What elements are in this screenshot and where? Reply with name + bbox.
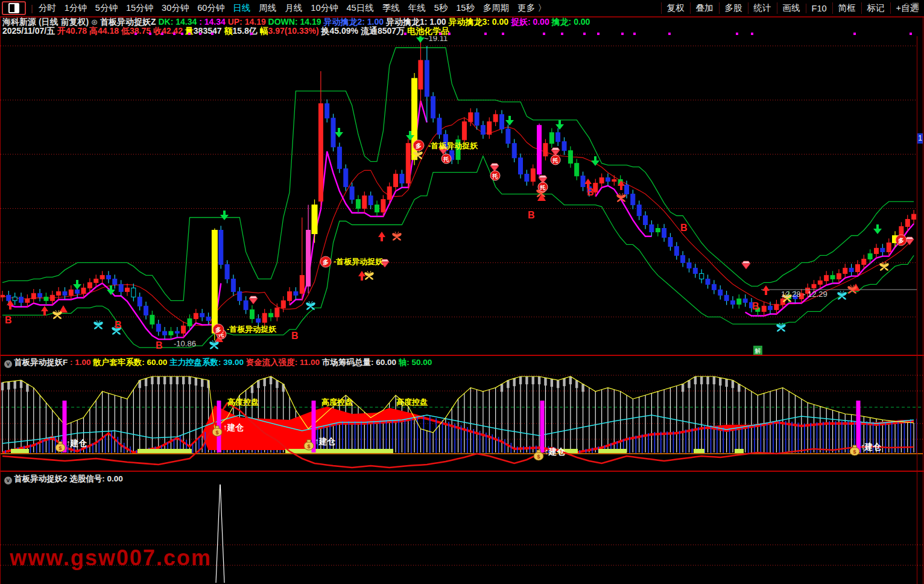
indicator-value: 擒龙: 0.00 <box>552 17 590 27</box>
toolbar-button-多股[interactable]: 多股 <box>719 2 748 14</box>
candle-body <box>843 268 847 273</box>
quote-info-panel: 海科新源 (日线 前复权) ⊙ 首板异动捉妖Z DK: 14.34 : 14.3… <box>0 17 924 36</box>
period-tab-45日线[interactable]: 45日线 <box>343 3 378 13</box>
candle-body <box>481 125 485 135</box>
butterfly-icon <box>93 320 103 329</box>
candle-body <box>493 115 498 122</box>
candle-body <box>500 115 504 129</box>
indicator-value: DOWN: 14.19 <box>268 17 324 27</box>
duo-circle-icon: 多 <box>896 235 907 246</box>
period-tab-日线[interactable]: 日线 <box>229 3 255 13</box>
period-tab-5秒[interactable]: 5秒 <box>430 3 452 13</box>
buy-arrow-icon <box>7 300 14 309</box>
period-marker-dot <box>543 33 545 35</box>
signal-label: -首板异动捉妖 <box>334 257 384 266</box>
svg-text:$: $ <box>853 449 856 455</box>
period-marker-dot <box>668 33 671 35</box>
toolbar-button-叠加[interactable]: 叠加 <box>690 2 719 14</box>
butterfly-icon <box>364 271 373 280</box>
signal-label: -首板异动捉妖 <box>428 141 478 150</box>
panel2-header: ˅首板异动捉妖F : 1.00 散户套牢系数: 60.00 主力控盘系数: 39… <box>0 357 924 368</box>
panel2-indicator-value: 首板异动捉妖F <box>14 358 70 367</box>
candle-body <box>512 144 516 158</box>
period-marker-dot <box>199 33 201 35</box>
collapse-chevron-icon[interactable]: ˅ <box>4 477 12 484</box>
period-tab-15秒[interactable]: 15秒 <box>452 3 479 13</box>
toolbar-button-复权[interactable]: 复权 <box>661 2 690 14</box>
candle-body <box>38 293 42 297</box>
highlight-segment <box>694 449 704 453</box>
sell-arrow-icon <box>107 285 115 295</box>
svg-text:多: 多 <box>215 326 221 333</box>
sell-arrow-icon <box>555 120 564 130</box>
candle-body <box>206 317 210 320</box>
ohlc-value: 换45.09% <box>321 26 361 36</box>
period-tab-更多 〉[interactable]: 更多 〉 <box>513 3 551 13</box>
indicator-panel-chart[interactable]: 高度控盘高度控盘高度控盘 $ ↑建仓 $ ↑建仓 $ ↑建仓 $ ↑建仓 $ ↑… <box>0 369 924 471</box>
butterfly-icon <box>879 262 888 271</box>
candle-body <box>119 284 123 291</box>
candle-body <box>475 113 479 125</box>
sell-arrow-icon <box>73 280 81 290</box>
jiancang-marker: $ ↑建仓 <box>534 447 565 460</box>
period-tab-周线[interactable]: 周线 <box>255 3 280 13</box>
main-candlestick-chart[interactable]: 托 托 托 托 托 多 多 多 多-首板异动捉妖-首板异动捉妖-首板异动捉妖BB… <box>0 36 924 355</box>
ohlc-line: 2025/11/07/五 开40.78 高44.18 低38.75 收42.42… <box>0 27 924 36</box>
toolbar-button-标记[interactable]: 标记 <box>861 2 890 14</box>
collapse-chevron-icon[interactable]: ˅ <box>4 360 12 368</box>
candle-body <box>275 308 279 317</box>
panel2-indicator-value: 资金流入强度: 11.00 <box>246 358 322 367</box>
candle-body <box>106 275 110 279</box>
indicator-value: ⊙ <box>91 17 100 27</box>
candle-body <box>400 174 404 183</box>
svg-text:多: 多 <box>323 259 329 265</box>
candle-body <box>568 151 572 163</box>
app-layout-icon[interactable] <box>2 1 26 15</box>
price-note: -10.86 <box>174 339 196 348</box>
ohlc-value: 15.8亿 <box>232 26 259 36</box>
svg-text:$: $ <box>537 454 540 460</box>
toolbar-button-F10[interactable]: F10 <box>806 4 832 13</box>
toolbar-button-画线[interactable]: 画线 <box>777 2 806 14</box>
period-tab-月线[interactable]: 月线 <box>280 3 306 13</box>
period-tab-60分钟[interactable]: 60分钟 <box>193 3 229 13</box>
jiancang-label: ↑建仓 <box>223 423 244 432</box>
candle-body <box>188 319 192 326</box>
period-tab-多周期[interactable]: 多周期 <box>479 3 514 13</box>
triangle-marker-icon <box>59 305 68 313</box>
period-tab-分时[interactable]: 分时 <box>34 3 60 13</box>
period-marker-dot <box>134 33 137 35</box>
period-menu: | 分时1分钟5分钟15分钟30分钟60分钟日线周线月线10分钟45日线季线年线… <box>0 1 551 15</box>
toolbar-button-统计[interactable]: 统计 <box>748 2 777 14</box>
candle-body <box>250 309 255 319</box>
period-tab-季线[interactable]: 季线 <box>378 3 404 13</box>
candle-body <box>549 133 554 144</box>
candle-body <box>231 279 235 291</box>
candle-body <box>912 214 916 219</box>
period-tab-10分钟[interactable]: 10分钟 <box>306 3 342 13</box>
b-signal-label: B <box>587 187 594 197</box>
period-tab-30分钟[interactable]: 30分钟 <box>157 3 193 13</box>
candle-body <box>575 163 579 176</box>
period-tab-5分钟[interactable]: 5分钟 <box>91 3 122 13</box>
candle-body <box>581 176 585 187</box>
diamond-gem-icon <box>249 296 258 304</box>
candle-body <box>350 187 354 200</box>
candle-body <box>905 220 910 227</box>
svg-text:托: 托 <box>492 173 498 179</box>
candle-body <box>824 275 829 281</box>
toolbar-button-简框[interactable]: 简框 <box>832 2 861 14</box>
svg-text:托: 托 <box>443 156 449 162</box>
chart-window-icons[interactable]: ◇ ▣ <box>903 1 919 10</box>
candle-body <box>506 129 510 144</box>
candle-body <box>87 282 92 288</box>
candle-body <box>700 273 704 279</box>
indicator-value: : 14.34 <box>199 17 227 27</box>
period-tab-1分钟[interactable]: 1分钟 <box>60 3 91 13</box>
ohlc-value: 幅 <box>260 26 268 36</box>
diamond-gem-icon <box>490 163 499 171</box>
period-tab-年线[interactable]: 年线 <box>404 3 430 13</box>
period-tab-15分钟[interactable]: 15分钟 <box>122 3 157 13</box>
candle-body <box>238 291 242 300</box>
butterfly-icon <box>392 232 401 241</box>
